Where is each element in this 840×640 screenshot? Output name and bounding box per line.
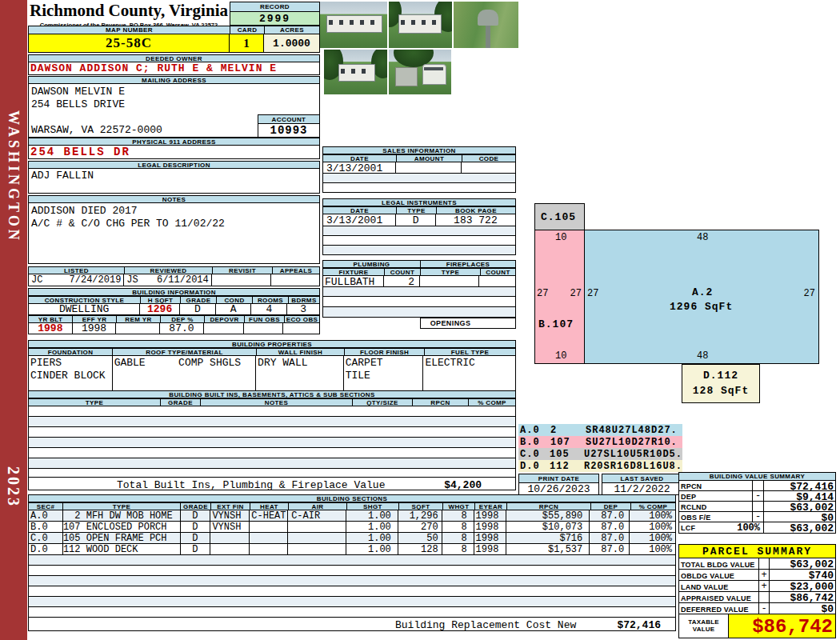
roof-type-value: GABLE bbox=[114, 357, 146, 369]
legend-b-code: 107 bbox=[550, 437, 586, 448]
sales-title: SALES INFORMATION bbox=[322, 146, 516, 154]
deeded-owner-value: DAWSON ADDISON C; RUTH E & MELVIN E bbox=[28, 62, 320, 75]
taxable-label-line-1: TAXABLE bbox=[679, 618, 728, 626]
construction-style-label: CONSTRUCTION STYLE bbox=[28, 296, 140, 304]
legend-b-trace: SU27L10D27R10. bbox=[586, 437, 678, 448]
bs-b-air bbox=[288, 522, 346, 532]
building-sections-header-row: SEC# TYPE GRADE EXT FIN HEAT AIR SHGT SQ… bbox=[28, 502, 676, 510]
notes-line-1: ADDISON DIED 2017 bbox=[31, 205, 319, 218]
building-info-header-row-1: CONSTRUCTION STYLE H SQFT GRADE COND ROO… bbox=[28, 296, 320, 304]
bs-b-grade: D bbox=[181, 522, 211, 532]
account-box: ACCOUNT 10993 bbox=[258, 114, 320, 138]
bs-col-comp: % COMP bbox=[630, 502, 676, 510]
photo-shed-and-camper[interactable] bbox=[389, 50, 451, 94]
bs-b-heat bbox=[250, 522, 288, 532]
ps-obldg-value: $740 bbox=[770, 570, 835, 580]
bs-col-extfin: EXT FIN bbox=[210, 502, 250, 510]
depovr-label: DEPOVR bbox=[204, 315, 244, 323]
ps-land-value: $23,000 bbox=[770, 581, 835, 591]
bvs-dep-value: $9,414 bbox=[764, 491, 835, 501]
bs-a-sqft: 1,296 bbox=[398, 510, 442, 521]
building-info-value-row-1: DWELLING 1296 D A 4 3 bbox=[28, 304, 320, 315]
photo-mobile-home-front[interactable] bbox=[320, 2, 387, 48]
bvs-dep-label: DEP bbox=[679, 491, 753, 501]
reviewed-by: JS bbox=[126, 274, 138, 286]
bs-col-dep: DEP bbox=[590, 502, 630, 510]
bs-d-sqft: 128 bbox=[398, 544, 442, 554]
bs-a-shgt: 1.00 bbox=[346, 510, 398, 521]
bs-a-type: 2 MFH DW MOB HOME bbox=[63, 510, 181, 521]
fireplaces-count-value bbox=[479, 276, 515, 286]
parcel-summary: PARCEL SUMMARY TOTAL BLDG VALUE $63,002 … bbox=[678, 544, 836, 638]
floor-line-2: TILE bbox=[346, 370, 423, 382]
dep-value: 87.0 bbox=[160, 323, 204, 334]
account-value: 10993 bbox=[258, 124, 320, 138]
grade-value: D bbox=[180, 304, 216, 314]
legend-b-sec: B.0 bbox=[518, 437, 550, 448]
built-ins-col-notes: NOTES bbox=[200, 398, 352, 406]
cond-label: COND bbox=[216, 296, 252, 304]
fuel-value: ELECTRIC bbox=[423, 356, 515, 391]
funobs-value bbox=[244, 323, 284, 334]
bs-col-sec: SEC# bbox=[28, 502, 62, 510]
building-section-row-d: D.0 112 WOOD DECK D 1.00 128 8 1998 $1,5… bbox=[28, 544, 676, 555]
bs-col-grade: GRADE bbox=[180, 502, 210, 510]
taxable-value: $86,742 bbox=[729, 614, 835, 638]
bs-d-dep: 87.0 bbox=[590, 544, 630, 554]
sketch-b-top-dim: 10 bbox=[555, 232, 566, 243]
bs-c-heat bbox=[250, 533, 288, 543]
bs-a-eyear: 1998 bbox=[474, 510, 506, 521]
built-ins-col-qty: QTY/SIZE bbox=[352, 398, 412, 406]
sketch-area: C.105 10 27 27 B.107 10 48 27 27 A.2 129… bbox=[528, 200, 832, 408]
last-saved-label: LAST SAVED bbox=[602, 474, 682, 483]
record-value: 2999 bbox=[230, 12, 320, 26]
photo-mailbox[interactable] bbox=[454, 2, 518, 48]
bvs-rclnd-sign bbox=[753, 502, 764, 511]
building-value-summary: BUILDING VALUE SUMMARY RPCN $72,416 DEP … bbox=[678, 472, 836, 534]
ecoobs-label: ECO OBS bbox=[284, 315, 320, 323]
map-number-value: 25-58C bbox=[28, 34, 230, 53]
floor-label: FLOOR FINISH bbox=[344, 348, 424, 356]
photo-home-in-trees[interactable] bbox=[324, 50, 387, 94]
built-ins-total-label: Total Built Ins, Plumbing & Fireplace Va… bbox=[117, 479, 385, 491]
legal-instruments-title: LEGAL INSTRUMENTS bbox=[322, 198, 516, 206]
plumbing-row-1: FULLBATH 2 bbox=[322, 276, 516, 287]
bs-c-air bbox=[288, 533, 346, 543]
record-label: RECORD bbox=[230, 2, 320, 12]
banner-year-label: 2023 bbox=[4, 466, 22, 508]
sales-date-label: DATE bbox=[322, 154, 396, 162]
plumbing-title: PLUMBING bbox=[322, 260, 420, 268]
legend-c-trace: U27SL10U5R10D5. bbox=[584, 449, 682, 460]
record-box: RECORD 2999 bbox=[230, 2, 320, 26]
building-replacement-value: $72,416 bbox=[617, 619, 661, 631]
sketch-a-left-dim: 27 bbox=[587, 288, 598, 299]
bs-c-comp: 100% bbox=[630, 533, 675, 543]
listed-by: JC bbox=[31, 274, 42, 286]
yrblt-value: 1998 bbox=[29, 323, 73, 334]
building-section-row-c: C.0 105 OPEN FRAME PCH D 1.00 50 8 1998 … bbox=[28, 533, 676, 544]
physical-address-value: 254 BELLS DR bbox=[28, 146, 320, 159]
bdrms-label: BDRMS bbox=[288, 296, 320, 304]
plumbing-count-label: COUNT bbox=[384, 268, 420, 276]
sketch-d-area-label: 128 SqFt bbox=[682, 385, 759, 397]
bs-c-sqft: 50 bbox=[398, 533, 442, 543]
bs-c-sec: C.0 bbox=[29, 533, 63, 543]
bs-d-heat bbox=[250, 544, 288, 554]
fireplaces-title: FIREPLACES bbox=[420, 260, 516, 268]
building-sections-empty-rows bbox=[28, 555, 676, 618]
bs-a-grade: D bbox=[181, 510, 211, 521]
mailing-address-label: MAILING ADDRESS bbox=[28, 76, 320, 84]
bs-c-extfin bbox=[210, 533, 250, 543]
legend-a-sec: A.0 bbox=[518, 425, 550, 436]
bs-b-dep: 87.0 bbox=[590, 522, 630, 532]
legend-a-code: 2 bbox=[550, 425, 586, 436]
bvs-title: BUILDING VALUE SUMMARY bbox=[678, 472, 836, 481]
ecoobs-value bbox=[283, 323, 319, 334]
bvs-dep-sign: - bbox=[753, 491, 764, 501]
photo-mobile-home-side[interactable] bbox=[389, 2, 452, 48]
legend-c-sec: C.0 bbox=[518, 449, 550, 460]
legend-d-sec: D.0 bbox=[518, 461, 550, 472]
bs-b-comp: 100% bbox=[630, 522, 675, 532]
bvs-obs-label: OBS F/E bbox=[679, 512, 753, 522]
legal-description-value: ADJ FALLIN bbox=[28, 169, 320, 194]
